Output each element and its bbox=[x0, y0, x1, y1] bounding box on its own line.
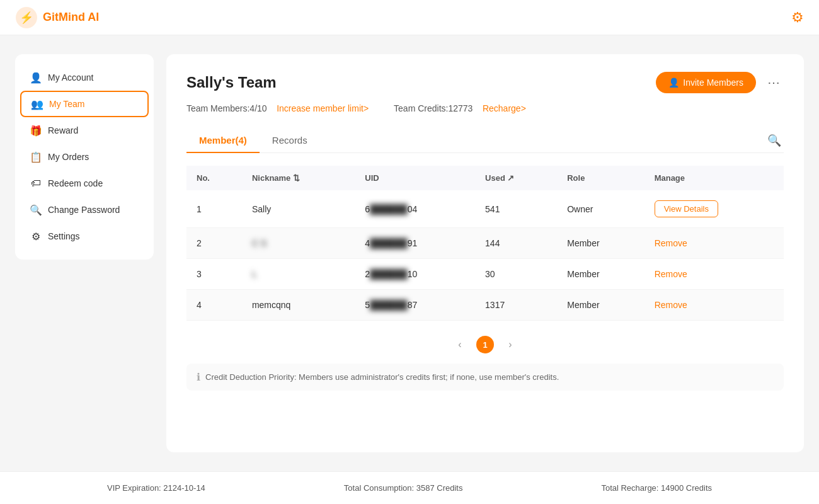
col-manage: Manage bbox=[644, 166, 784, 190]
next-page-button[interactable]: › bbox=[501, 336, 519, 353]
col-nickname: Nickname ⇅ bbox=[242, 166, 355, 190]
main-content: Sally's Team 👤 Invite Members ⋯ Team Mem… bbox=[166, 54, 804, 452]
tab-records[interactable]: Records bbox=[260, 129, 320, 153]
sidebar-item-label-my-orders: My Orders bbox=[48, 152, 89, 162]
sidebar-item-my-orders[interactable]: 📋 My Orders bbox=[15, 144, 154, 170]
team-credits-info: Team Credits:12773 Recharge> bbox=[394, 103, 526, 113]
more-options-button[interactable]: ⋯ bbox=[764, 72, 784, 93]
settings-icon: ⚙ bbox=[30, 231, 42, 242]
cell-manage: View Details bbox=[644, 190, 784, 228]
logo: ⚡ GitMind AI bbox=[15, 6, 99, 29]
tab-member[interactable]: Member(4) bbox=[186, 129, 260, 153]
team-members-value: 4/10 bbox=[249, 103, 266, 113]
table-body: 1Sally6██████04541OwnerView Details2C S4… bbox=[186, 190, 784, 321]
tabs-bar: Member(4) Records 🔍 bbox=[186, 129, 784, 153]
sidebar-item-label-my-team: My Team bbox=[49, 99, 85, 109]
cell-no: 4 bbox=[186, 290, 242, 321]
table-header-row: No. Nickname ⇅ UID Used ↗ Role Manage bbox=[186, 166, 784, 190]
team-members-info: Team Members:4/10 Increase member limit> bbox=[186, 103, 369, 113]
col-uid: UID bbox=[355, 166, 475, 190]
cell-used: 144 bbox=[475, 228, 557, 259]
cell-role: Owner bbox=[557, 190, 644, 228]
table-search-button[interactable]: 🔍 bbox=[765, 131, 784, 150]
members-table: No. Nickname ⇅ UID Used ↗ Role Manage 1S… bbox=[186, 166, 784, 321]
prev-page-button[interactable]: ‹ bbox=[451, 336, 469, 353]
footer-bar: VIP Expiration: 2124-10-14 Total Consump… bbox=[0, 471, 819, 504]
team-credits-value: 12773 bbox=[448, 103, 472, 113]
cell-uid: 6██████04 bbox=[355, 190, 475, 228]
recharge-link[interactable]: Recharge> bbox=[483, 103, 526, 113]
cell-used: 541 bbox=[475, 190, 557, 228]
sidebar-item-label-my-account: My Account bbox=[48, 72, 93, 83]
cell-no: 3 bbox=[186, 259, 242, 290]
header-actions: 👤 Invite Members ⋯ bbox=[656, 72, 784, 93]
table-row: 3L 2██████1030MemberRemove bbox=[186, 259, 784, 290]
sidebar-item-reward[interactable]: 🎁 Reward bbox=[15, 117, 154, 144]
logo-text: GitMind AI bbox=[43, 11, 99, 24]
app-header: ⚡ GitMind AI ⚙ bbox=[0, 0, 819, 35]
main-layout: 👤 My Account 👥 My Team 🎁 Reward 📋 My Ord… bbox=[0, 35, 819, 471]
team-members-prefix: Team Members: bbox=[186, 103, 249, 113]
view-details-button[interactable]: View Details bbox=[655, 200, 718, 217]
team-meta: Team Members:4/10 Increase member limit>… bbox=[186, 103, 784, 113]
ellipsis-icon: ⋯ bbox=[767, 75, 780, 90]
cell-uid: 4██████91 bbox=[355, 228, 475, 259]
orders-icon: 📋 bbox=[30, 151, 42, 163]
invite-members-button[interactable]: 👤 Invite Members bbox=[656, 72, 756, 93]
cell-role: Member bbox=[557, 259, 644, 290]
cell-nickname: memcqnq bbox=[242, 290, 355, 321]
credit-note-text: Credit Deduction Priority: Members use a… bbox=[205, 372, 559, 382]
reward-icon: 🎁 bbox=[30, 125, 42, 136]
tabs-left: Member(4) Records bbox=[186, 129, 320, 152]
team-icon: 👥 bbox=[32, 98, 43, 110]
invite-icon: 👤 bbox=[668, 77, 679, 88]
cell-manage: Remove bbox=[644, 259, 784, 290]
cell-used: 1317 bbox=[475, 290, 557, 321]
total-recharge: Total Recharge: 14900 Credits bbox=[601, 483, 712, 493]
logo-icon: ⚡ bbox=[15, 6, 38, 29]
vip-expiration: VIP Expiration: 2124-10-14 bbox=[107, 483, 205, 493]
increase-member-limit-link[interactable]: Increase member limit> bbox=[277, 103, 369, 113]
total-consumption: Total Consumption: 3587 Credits bbox=[344, 483, 463, 493]
sidebar-item-label-settings: Settings bbox=[48, 231, 80, 241]
team-title: Sally's Team bbox=[186, 74, 277, 91]
table-row: 2C S4██████91144MemberRemove bbox=[186, 228, 784, 259]
sidebar: 👤 My Account 👥 My Team 🎁 Reward 📋 My Ord… bbox=[15, 54, 154, 260]
table-row: 1Sally6██████04541OwnerView Details bbox=[186, 190, 784, 228]
account-icon: 👤 bbox=[30, 72, 42, 83]
sidebar-item-change-password[interactable]: 🔍 Change Password bbox=[15, 197, 154, 223]
pagination: ‹ 1 › bbox=[186, 336, 784, 353]
sidebar-item-label-reward: Reward bbox=[48, 125, 78, 135]
cell-nickname: L bbox=[242, 259, 355, 290]
password-icon: 🔍 bbox=[30, 204, 42, 215]
cell-role: Member bbox=[557, 290, 644, 321]
col-no: No. bbox=[186, 166, 242, 190]
info-icon: ℹ bbox=[197, 371, 200, 383]
sidebar-item-redeem-code[interactable]: 🏷 Redeem code bbox=[15, 170, 154, 197]
remove-member-button[interactable]: Remove bbox=[655, 269, 687, 279]
cell-nickname: Sally bbox=[242, 190, 355, 228]
svg-text:⚡: ⚡ bbox=[20, 11, 34, 25]
cell-uid: 2██████10 bbox=[355, 259, 475, 290]
sidebar-item-settings[interactable]: ⚙ Settings bbox=[15, 223, 154, 249]
team-credits-prefix: Team Credits: bbox=[394, 103, 448, 113]
current-page: 1 bbox=[476, 336, 494, 353]
cell-no: 2 bbox=[186, 228, 242, 259]
sidebar-item-my-account[interactable]: 👤 My Account bbox=[15, 64, 154, 91]
sidebar-item-label-change-password: Change Password bbox=[48, 205, 120, 215]
remove-member-button[interactable]: Remove bbox=[655, 238, 687, 248]
cell-nickname: C S bbox=[242, 228, 355, 259]
team-header: Sally's Team 👤 Invite Members ⋯ bbox=[186, 72, 784, 93]
cell-role: Member bbox=[557, 228, 644, 259]
header-right-icon[interactable]: ⚙ bbox=[791, 9, 804, 26]
redeem-icon: 🏷 bbox=[30, 178, 42, 189]
remove-member-button[interactable]: Remove bbox=[655, 300, 687, 310]
sidebar-item-my-team[interactable]: 👥 My Team bbox=[20, 91, 149, 117]
table-row: 4memcqnq5██████871317MemberRemove bbox=[186, 290, 784, 321]
col-role: Role bbox=[557, 166, 644, 190]
cell-manage: Remove bbox=[644, 290, 784, 321]
sidebar-item-label-redeem-code: Redeem code bbox=[48, 178, 103, 188]
cell-uid: 5██████87 bbox=[355, 290, 475, 321]
table-header: No. Nickname ⇅ UID Used ↗ Role Manage bbox=[186, 166, 784, 190]
col-used: Used ↗ bbox=[475, 166, 557, 190]
